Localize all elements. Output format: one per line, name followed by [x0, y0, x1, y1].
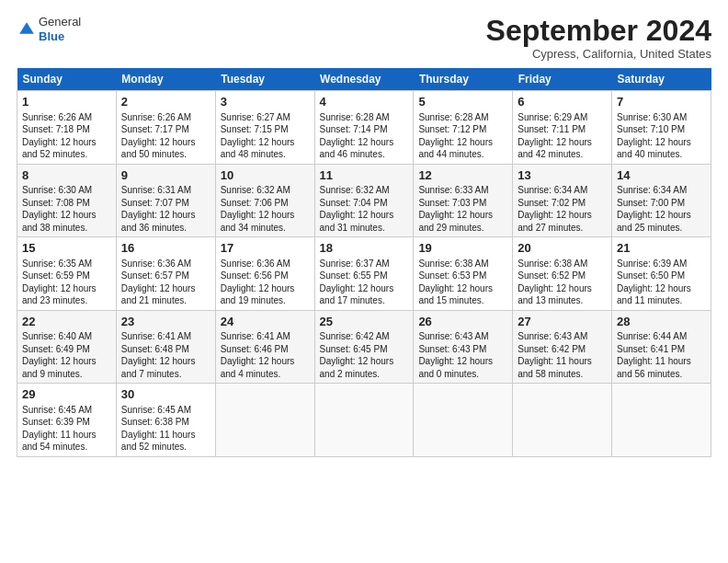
- day-info: Sunset: 6:48 PM: [121, 343, 210, 356]
- day-info: Sunrise: 6:43 AM: [518, 330, 607, 343]
- day-info: Daylight: 11 hours: [617, 355, 706, 368]
- day-number: 10: [221, 167, 310, 184]
- day-info: Sunset: 7:15 PM: [221, 123, 310, 136]
- header-row: Sunday Monday Tuesday Wednesday Thursday…: [17, 68, 711, 91]
- day-info: and 46 minutes.: [320, 148, 409, 161]
- day-number: 5: [418, 94, 507, 110]
- day-info: Sunset: 6:45 PM: [320, 343, 409, 356]
- day-info: Sunrise: 6:29 AM: [518, 111, 607, 124]
- day-info: Sunrise: 6:41 AM: [121, 330, 210, 343]
- logo-text: General Blue: [39, 15, 81, 43]
- day-info: Sunrise: 6:34 AM: [518, 184, 607, 197]
- table-row: 27Sunrise: 6:43 AMSunset: 6:42 PMDayligh…: [513, 310, 612, 384]
- day-info: and 56 minutes.: [617, 368, 706, 381]
- day-number: 23: [121, 314, 210, 330]
- day-info: and 36 minutes.: [121, 222, 210, 235]
- day-info: Sunset: 7:02 PM: [518, 197, 607, 210]
- day-info: and 48 minutes.: [221, 148, 310, 161]
- table-row: 24Sunrise: 6:41 AMSunset: 6:46 PMDayligh…: [215, 310, 314, 384]
- col-wednesday: Wednesday: [314, 68, 414, 91]
- day-number: 30: [121, 386, 210, 403]
- day-info: and 52 minutes.: [22, 148, 111, 161]
- col-monday: Monday: [116, 68, 215, 91]
- day-info: Sunrise: 6:38 AM: [518, 258, 607, 270]
- day-info: Sunrise: 6:44 AM: [617, 330, 706, 343]
- day-info: Daylight: 12 hours: [418, 136, 507, 149]
- day-number: 26: [418, 314, 507, 330]
- table-row: 8Sunrise: 6:30 AMSunset: 7:08 PMDaylight…: [17, 164, 117, 237]
- table-row: 20Sunrise: 6:38 AMSunset: 6:52 PMDayligh…: [513, 237, 612, 311]
- day-info: Sunrise: 6:36 AM: [121, 258, 210, 270]
- day-number: 28: [617, 314, 706, 330]
- table-row: 18Sunrise: 6:37 AMSunset: 6:55 PMDayligh…: [314, 237, 414, 311]
- table-row: 11Sunrise: 6:32 AMSunset: 7:04 PMDayligh…: [314, 164, 414, 237]
- day-info: Daylight: 12 hours: [320, 282, 409, 295]
- day-info: Sunrise: 6:39 AM: [617, 258, 706, 270]
- day-info: Sunset: 7:14 PM: [320, 123, 409, 136]
- day-info: Daylight: 12 hours: [221, 355, 310, 368]
- day-number: 19: [418, 240, 507, 257]
- svg-marker-0: [19, 22, 34, 34]
- table-row: [414, 384, 513, 457]
- day-number: 7: [617, 94, 706, 110]
- day-number: 20: [518, 240, 607, 257]
- col-thursday: Thursday: [414, 68, 513, 91]
- col-sunday: Sunday: [17, 68, 117, 91]
- table-row: 25Sunrise: 6:42 AMSunset: 6:45 PMDayligh…: [314, 310, 414, 384]
- day-info: and 38 minutes.: [22, 222, 111, 235]
- day-info: Sunrise: 6:37 AM: [320, 258, 409, 270]
- table-row: 21Sunrise: 6:39 AMSunset: 6:50 PMDayligh…: [612, 237, 711, 311]
- day-info: Sunset: 6:39 PM: [22, 416, 111, 429]
- table-row: 13Sunrise: 6:34 AMSunset: 7:02 PMDayligh…: [513, 164, 612, 237]
- month-title: September 2024: [486, 15, 711, 47]
- day-info: Sunrise: 6:32 AM: [320, 184, 409, 197]
- col-tuesday: Tuesday: [215, 68, 314, 91]
- day-info: Sunrise: 6:45 AM: [121, 404, 210, 417]
- table-row: [513, 384, 612, 457]
- day-info: Sunset: 6:38 PM: [121, 416, 210, 429]
- table-row: [314, 384, 414, 457]
- day-info: Daylight: 12 hours: [22, 209, 111, 222]
- day-info: Daylight: 12 hours: [221, 282, 310, 295]
- day-info: Daylight: 12 hours: [518, 209, 607, 222]
- day-info: Sunrise: 6:43 AM: [418, 330, 507, 343]
- day-info: Sunrise: 6:31 AM: [121, 184, 210, 197]
- day-info: Daylight: 12 hours: [418, 209, 507, 222]
- day-info: Sunset: 6:52 PM: [518, 270, 607, 282]
- table-row: 15Sunrise: 6:35 AMSunset: 6:59 PMDayligh…: [17, 237, 117, 311]
- day-info: and 0 minutes.: [418, 368, 507, 381]
- day-number: 11: [320, 167, 409, 184]
- table-row: 4Sunrise: 6:28 AMSunset: 7:14 PMDaylight…: [314, 91, 414, 165]
- day-number: 12: [418, 167, 507, 184]
- table-row: [612, 384, 711, 457]
- day-info: Sunrise: 6:41 AM: [221, 330, 310, 343]
- logo: General Blue: [17, 15, 81, 43]
- day-info: Daylight: 12 hours: [22, 355, 111, 368]
- day-info: Sunrise: 6:42 AM: [320, 330, 409, 343]
- day-info: Sunrise: 6:28 AM: [418, 111, 507, 124]
- day-number: 16: [121, 240, 210, 257]
- day-info: Sunset: 7:07 PM: [121, 197, 210, 210]
- day-info: Sunrise: 6:36 AM: [221, 258, 310, 270]
- day-number: 27: [518, 314, 607, 330]
- col-saturday: Saturday: [612, 68, 711, 91]
- day-number: 4: [320, 94, 409, 110]
- day-number: 25: [320, 314, 409, 330]
- day-info: Sunrise: 6:30 AM: [22, 184, 111, 197]
- day-info: and 42 minutes.: [518, 148, 607, 161]
- day-number: 14: [617, 167, 706, 184]
- day-info: Sunset: 7:18 PM: [22, 123, 111, 136]
- day-info: and 58 minutes.: [518, 368, 607, 381]
- day-number: 29: [22, 386, 111, 403]
- day-info: Daylight: 12 hours: [22, 282, 111, 295]
- day-number: 15: [22, 240, 111, 257]
- day-info: Sunset: 7:17 PM: [121, 123, 210, 136]
- day-info: Daylight: 12 hours: [221, 209, 310, 222]
- day-info: Daylight: 12 hours: [320, 136, 409, 149]
- day-info: Sunrise: 6:33 AM: [418, 184, 507, 197]
- day-info: Sunset: 6:59 PM: [22, 270, 111, 282]
- day-info: Sunrise: 6:45 AM: [22, 404, 111, 417]
- day-info: and 9 minutes.: [22, 368, 111, 381]
- day-info: Sunset: 6:57 PM: [121, 270, 210, 282]
- table-row: 10Sunrise: 6:32 AMSunset: 7:06 PMDayligh…: [215, 164, 314, 237]
